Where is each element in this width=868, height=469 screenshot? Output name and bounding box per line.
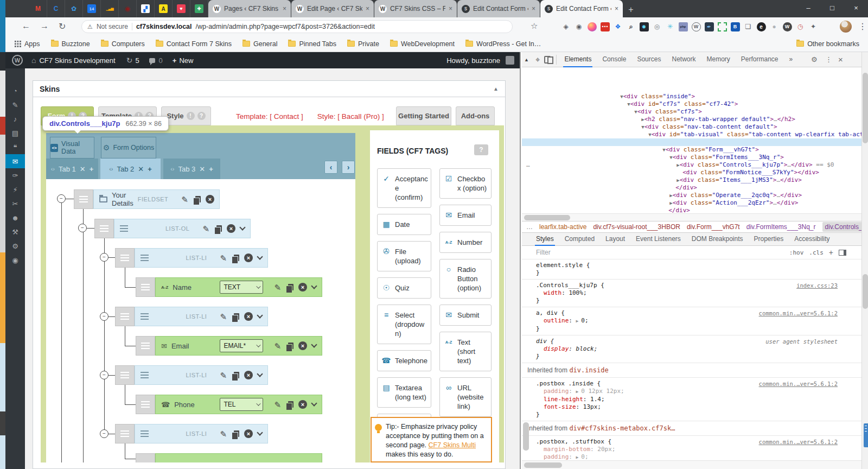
- edit-icon[interactable]: ✎: [274, 342, 281, 350]
- tree-row-list-li[interactable]: LIST-LI ✎ ×: [135, 248, 268, 268]
- bookmark-star-icon[interactable]: ☆: [531, 21, 538, 31]
- sidebar-item-appearance[interactable]: ✑: [5, 168, 25, 182]
- sidebar-item-tools[interactable]: ⚒: [5, 225, 25, 239]
- calendar-pinned-tab-icon[interactable]: 14: [83, 0, 101, 17]
- window-extension-icon[interactable]: ❖: [612, 21, 624, 33]
- sidebar-tab[interactable]: Computed: [559, 233, 600, 246]
- tree-collapse-toggle[interactable]: −: [100, 371, 108, 379]
- js-loupe-extension-icon[interactable]: ⌕: [625, 21, 637, 33]
- field-button-number[interactable]: A-Z Number: [439, 232, 492, 253]
- sidebar-item-comments[interactable]: ❝: [5, 140, 25, 154]
- css-property[interactable]: line-height: 1.4;: [522, 396, 863, 403]
- stylesheet-link[interactable]: index.css:23: [796, 282, 838, 289]
- panel-layout-icon[interactable]: [839, 250, 846, 256]
- wordpress-logo-icon[interactable]: W: [12, 55, 23, 66]
- css-property[interactable]: padding: 0 12px 12px;: [522, 388, 863, 396]
- tree-row-list-li[interactable]: LIST-LI ✎ ×: [135, 365, 268, 385]
- apps-shortcut[interactable]: Apps: [14, 40, 40, 48]
- tab-add-icon[interactable]: +: [209, 165, 213, 173]
- breadcrumb-item[interactable]: div.Form___vhG7t: [687, 223, 740, 231]
- wordpress-circle-extension-icon[interactable]: W: [781, 21, 793, 33]
- maximize-button[interactable]: □: [820, 0, 844, 17]
- scrollbar-thumb[interactable]: [863, 73, 868, 143]
- edit-icon[interactable]: ✎: [202, 225, 209, 233]
- close-button[interactable]: ×: [844, 0, 868, 17]
- stylesheet-link[interactable]: common.min.…ver=5.6.1:2: [759, 438, 838, 446]
- sidebar-tab[interactable]: Event Listeners: [630, 233, 686, 246]
- tab-add-icon[interactable]: +: [90, 165, 94, 173]
- bookmark-folder[interactable]: Buzztone: [51, 40, 90, 48]
- gradient-circle-extension-icon[interactable]: [586, 21, 598, 33]
- shield-extension-icon[interactable]: ◈: [560, 21, 572, 33]
- tree-collapse-toggle[interactable]: −: [100, 312, 108, 321]
- other-bookmarks[interactable]: Other bookmarks: [796, 40, 859, 48]
- chevron-down-icon[interactable]: [257, 312, 263, 318]
- tab-close-icon[interactable]: ✕: [138, 165, 144, 173]
- breadcrumb-item[interactable]: div.FormItems___3Nq_r: [746, 223, 816, 231]
- field-button-file[interactable]: ✇ File (upload): [377, 241, 431, 271]
- tip-link[interactable]: CF7 Skins Multi: [429, 441, 476, 449]
- edit-icon[interactable]: ✎: [220, 313, 227, 321]
- tab-close-icon[interactable]: ×: [532, 5, 535, 12]
- style-rule[interactable]: .Controls___kju7p {index.css:23 width: 1…: [522, 280, 863, 307]
- atom-extension-icon[interactable]: ✳: [664, 21, 676, 33]
- sheets-extension-icon[interactable]: ❏: [742, 21, 754, 33]
- tab-close-icon[interactable]: ×: [615, 5, 618, 12]
- fields-help-button[interactable]: ?: [474, 144, 488, 155]
- edit-icon[interactable]: ✎: [274, 401, 281, 409]
- devtools-tab[interactable]: »: [784, 52, 799, 67]
- css-property[interactable]: outline: 0;: [522, 317, 863, 325]
- field-type-select[interactable]: TEL: [220, 398, 263, 411]
- edge-widget[interactable]: [864, 423, 868, 447]
- browser-tab[interactable]: W CF7 Skins CSS – Folders & File ×: [374, 0, 457, 17]
- duplicate-icon[interactable]: [288, 401, 293, 408]
- getting-started-button[interactable]: Getting Started: [396, 106, 451, 125]
- style-rule[interactable]: div {user agent stylesheet display: bloc…: [522, 335, 863, 363]
- scrollbar-thumb[interactable]: [524, 215, 570, 220]
- tab-close-icon[interactable]: ×: [366, 5, 369, 12]
- devtools-tab[interactable]: Console: [597, 52, 631, 67]
- tree-row-list-ol[interactable]: LIST-OL ✎ ×: [114, 219, 251, 238]
- field-button-quiz[interactable]: ☉ Quiz: [377, 277, 431, 299]
- dom-tree-row[interactable]: </div>: [522, 184, 863, 192]
- drag-handle[interactable]: [115, 424, 135, 443]
- devtools-menu-icon[interactable]: ⋮: [825, 52, 832, 67]
- sidebar-item-cf7-skins[interactable]: ◉: [5, 253, 25, 267]
- class-toggle[interactable]: .cls: [809, 249, 824, 256]
- duplicate-icon[interactable]: [288, 343, 293, 349]
- comments-count[interactable]: 0: [159, 56, 163, 65]
- puzzle-extension-icon[interactable]: ✦: [807, 21, 819, 33]
- clock-extension-icon[interactable]: ◷: [794, 21, 806, 33]
- sidebar-item-snippets[interactable]: ✂: [5, 197, 25, 211]
- inherited-selector[interactable]: div#cf7skins-metabox.cf7sk…: [569, 424, 675, 432]
- tab-close-icon[interactable]: ✕: [80, 165, 86, 173]
- dom-tree-row[interactable]: ▼<div class="FormItems___3Nq_r">: [522, 131, 863, 138]
- selection-extension-icon[interactable]: [716, 21, 728, 33]
- chevron-down-icon[interactable]: [311, 341, 317, 347]
- devtools-close-icon[interactable]: ×: [838, 52, 843, 67]
- visual-data-button[interactable]: <> Visual Data: [50, 137, 94, 159]
- red-menu-extension-icon[interactable]: ⋯: [599, 21, 611, 33]
- delete-icon[interactable]: ×: [244, 312, 253, 321]
- delete-icon[interactable]: ×: [298, 400, 307, 409]
- pocket-pinned-tab-icon[interactable]: ♥: [173, 0, 190, 17]
- drag-handle[interactable]: [136, 453, 155, 462]
- breadcrumb-item[interactable]: div.cf7s-visual-root___3HBOR: [593, 223, 680, 231]
- tree-row-list-li[interactable]: LIST-LI ✎ ×: [135, 424, 268, 443]
- duplicate-icon[interactable]: [195, 196, 201, 202]
- field-button-textarea[interactable]: ▤ Textarea (long text): [377, 377, 431, 408]
- scroll-up-arrow[interactable]: ▲: [524, 57, 529, 62]
- style-rule[interactable]: .postbox .inside {common.min.…ver=5.6.1:…: [522, 378, 863, 421]
- react-devtools-extension-icon[interactable]: ✹: [638, 21, 650, 33]
- chevron-down-icon[interactable]: [257, 253, 263, 259]
- metabox-header[interactable]: Skins ▲: [33, 81, 505, 97]
- form-options-button[interactable]: ⚙ Form Options: [101, 137, 156, 159]
- sidebar-item-pages[interactable]: ▤: [5, 126, 25, 140]
- dom-tree-row[interactable]: ▼<div class="inside">: [522, 70, 863, 78]
- edit-icon[interactable]: ✎: [220, 254, 227, 262]
- bookmark-folder[interactable]: WordPress - Get In…: [465, 40, 541, 48]
- field-button-url[interactable]: ∞ URL (website link): [439, 377, 492, 417]
- field-button-text[interactable]: A-Z Text (short text): [439, 332, 492, 371]
- duplicate-icon[interactable]: [234, 313, 239, 320]
- tree-row-field-email[interactable]: ✉ Email EMAIL* ✎ ×: [155, 336, 322, 356]
